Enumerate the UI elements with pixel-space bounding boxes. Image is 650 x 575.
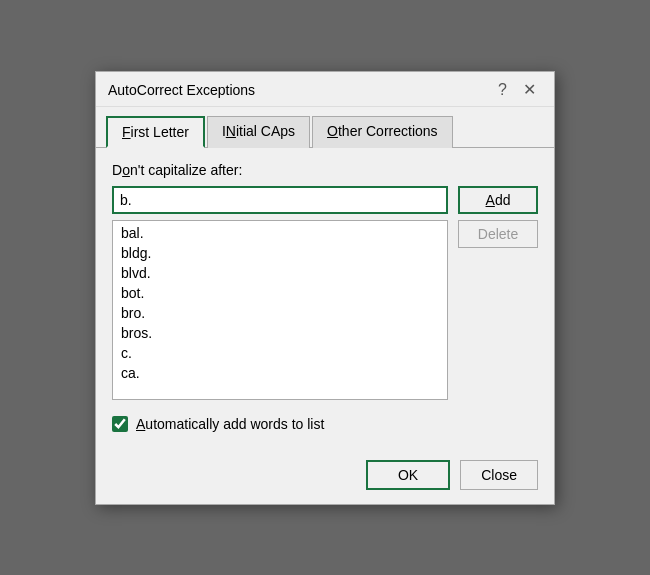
help-button[interactable]: ? [492, 80, 513, 100]
exceptions-list[interactable]: bal.bldg.blvd.bot.bro.bros.c.ca. [113, 221, 447, 399]
list-item[interactable]: ca. [113, 363, 447, 383]
ok-button[interactable]: OK [366, 460, 450, 490]
exceptions-list-container: bal.bldg.blvd.bot.bro.bros.c.ca. [112, 220, 448, 400]
list-item[interactable]: bros. [113, 323, 447, 343]
title-controls: ? ✕ [492, 80, 542, 100]
auto-add-row: Automatically add words to list [112, 412, 538, 436]
list-item[interactable]: blvd. [113, 263, 447, 283]
list-section: bal.bldg.blvd.bot.bro.bros.c.ca. Delete [112, 220, 538, 400]
tab-bar: First Letter INitial CAps Other Correcti… [96, 107, 554, 147]
title-bar: AutoCorrect Exceptions ? ✕ [96, 72, 554, 107]
content-area: Don't capitalize after: Add bal.bldg.blv… [96, 147, 554, 450]
close-button[interactable]: Close [460, 460, 538, 490]
tab-other-corrections[interactable]: Other Corrections [312, 116, 452, 148]
exception-input[interactable] [112, 186, 448, 214]
tab-first-letter[interactable]: First Letter [106, 116, 205, 148]
auto-add-label[interactable]: Automatically add words to list [136, 416, 324, 432]
delete-button[interactable]: Delete [458, 220, 538, 248]
tab-initial-caps[interactable]: INitial CAps [207, 116, 310, 148]
dialog-close-button[interactable]: ✕ [517, 80, 542, 100]
input-row: Add [112, 186, 538, 214]
footer: OK Close [96, 450, 554, 504]
list-item[interactable]: bal. [113, 223, 447, 243]
autocorrect-exceptions-dialog: AutoCorrect Exceptions ? ✕ First Letter … [95, 71, 555, 505]
list-item[interactable]: bot. [113, 283, 447, 303]
dialog-title: AutoCorrect Exceptions [108, 82, 255, 98]
list-item[interactable]: bro. [113, 303, 447, 323]
section-label: Don't capitalize after: [112, 162, 538, 178]
list-item[interactable]: bldg. [113, 243, 447, 263]
list-item[interactable]: c. [113, 343, 447, 363]
auto-add-checkbox[interactable] [112, 416, 128, 432]
add-button[interactable]: Add [458, 186, 538, 214]
